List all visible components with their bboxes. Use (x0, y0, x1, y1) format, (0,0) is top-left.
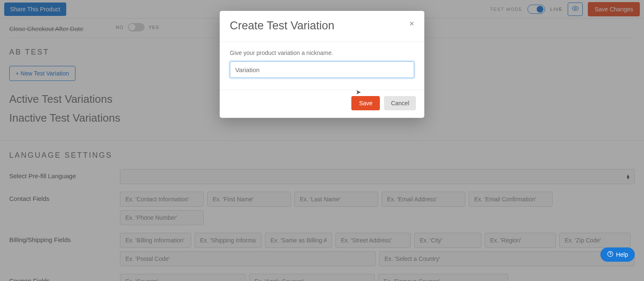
modal-save-button[interactable]: Save (351, 96, 380, 110)
modal-title: Create Test Variation (230, 19, 335, 32)
modal-hint: Give your product variation a nickname. (230, 49, 414, 56)
variation-name-input[interactable] (230, 61, 414, 78)
svg-point-1 (608, 251, 613, 257)
create-variation-modal: Create Test Variation × Give your produc… (220, 11, 424, 118)
modal-footer: Save Cancel (220, 90, 424, 118)
modal-cancel-button[interactable]: Cancel (384, 96, 416, 110)
modal-overlay[interactable]: Create Test Variation × Give your produc… (0, 0, 644, 281)
close-icon: × (409, 19, 414, 28)
modal-body: Give your product variation a nickname. (220, 42, 424, 90)
svg-point-2 (610, 255, 610, 256)
modal-header: Create Test Variation × (220, 11, 424, 42)
help-icon (607, 251, 613, 258)
modal-close-button[interactable]: × (409, 19, 414, 28)
help-button[interactable]: Help (600, 247, 635, 262)
help-label: Help (616, 251, 628, 258)
